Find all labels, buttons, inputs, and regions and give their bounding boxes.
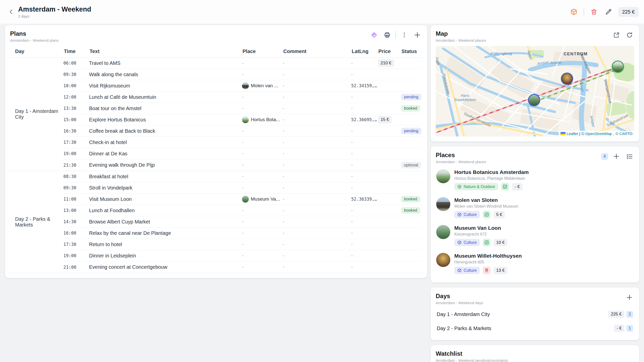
plan-row[interactable]: 14:30Browse Albert Cuyp Market--- [63,216,422,228]
category-badge: Culture [454,267,480,274]
category-label: Nature & Outdoor [464,185,495,189]
place-item[interactable]: Museum Willet-HolthuysenHerengracht 605C… [436,250,634,278]
leaflet-map[interactable]: KrijtbergbrugRokinAmstelAmstelCENTRUMWat… [436,46,634,137]
plan-row[interactable]: 21:30Evening walk through De Pijp---opti… [63,159,422,171]
plan-row[interactable]: 11:00Visit Museum LoonMuseum Va...-52.36… [63,194,422,205]
category-badge: Culture [454,211,480,218]
place-item[interactable]: Museum Van LoonKeizersgracht 672Culture1… [436,222,634,250]
place-name: Molen van Sloten [454,197,518,203]
plan-row[interactable]: 17:30Check-in at hotel--- [63,137,422,148]
plan-latlng: - [351,174,378,179]
plan-comment: - [283,61,351,66]
plan-row[interactable]: 13:00Lunch at Foodhallen---booked [63,205,422,216]
empty-value: - [242,106,244,111]
place-photo [436,169,450,183]
plans-menu-button[interactable] [399,30,409,40]
plan-comment: - [283,264,351,270]
latlng-value: - [351,208,353,213]
edit-trip-button[interactable] [604,7,613,17]
printer-icon [384,31,391,38]
latlng-value: - [351,140,353,145]
plan-place: - [242,231,283,236]
plan-latlng: - [351,61,378,66]
place-address: Keizersgracht 672 [454,232,507,237]
empty-value: - [242,95,244,100]
plan-text: Browse Albert Cuyp Market [89,219,242,225]
museum-van-loon-marker[interactable] [528,94,540,106]
places-list-view-button[interactable] [625,152,634,161]
add-plan-button[interactable] [413,30,422,40]
day-row[interactable]: Day 2 - Parks & Markets- €1 [436,322,634,335]
route-button[interactable] [369,30,379,40]
empty-value: - [283,253,284,258]
add-place-button[interactable] [612,152,621,161]
osm-link[interactable]: © OpenStreetMap [582,131,612,136]
plan-text: Breakfast at hotel [89,174,242,179]
plan-time-cell: 12:00 [63,95,89,100]
day-row[interactable]: Day 1 - Amsterdam City225 €2 [436,307,634,321]
status-badge: booked [401,105,420,112]
plans-actions-divider [395,31,396,39]
delete-trip-button[interactable] [589,7,599,17]
plan-row[interactable]: 09:30Walk along the canals--- [63,69,422,80]
latlng-value: 52.34159,… [351,83,377,88]
map-expand-button[interactable] [612,30,621,40]
place-item[interactable]: Hortus Botanicus AmsterdamHortus Botanic… [436,166,634,194]
plan-latlng: - [351,219,378,224]
plans-actions [369,30,422,40]
plans-table-header: Day Time Text Place Comment LatLng Price… [10,42,422,58]
places-subtitle: Amsterdam - Weekend places [436,160,486,164]
plan-status: optional [401,162,422,168]
empty-value: - [283,197,284,202]
map-refresh-button[interactable] [625,30,634,40]
back-button[interactable] [7,7,16,16]
map-pin-icon [484,268,489,273]
plan-time: 09:30 [63,72,76,77]
leaflet-link[interactable]: Leaflet [567,131,578,136]
add-day-button[interactable] [625,293,634,302]
plan-row[interactable]: 12:00Lunch at Café de Museumtuin---pendi… [63,92,422,103]
plan-row[interactable]: 10:00Visit RijksmuseumMolen van ...-52.3… [63,80,422,92]
plan-comment: - [283,162,351,168]
plan-row[interactable]: 16:30Coffee break at Back to Black---pen… [63,125,422,137]
plan-row[interactable]: 13:30Boat tour on the Amstel---booked [63,103,422,114]
place-tags: Culture5 € [454,211,518,218]
plan-row[interactable]: 15:00Explore Hortus BotanicusHortus Bota… [63,114,422,125]
place-item[interactable]: Molen van SlotenMolen van Sloten Windmil… [436,194,634,222]
print-button[interactable] [382,30,392,40]
plan-latlng: - [351,106,378,111]
plans-title: Plans [10,30,59,37]
plan-row[interactable]: 09:30Stroll in Vondelpark--- [63,182,422,194]
day-group-label: Day 1 - Amsterdam City [10,58,63,171]
trash-icon [590,8,597,15]
empty-value: - [283,231,284,236]
plan-time-cell: 13:00 [63,208,89,213]
plan-comment: - [283,72,351,77]
plan-time-cell: 11:00 [63,197,89,202]
plan-text: Lunch at Foodhallen [89,208,242,213]
hortus-botanicus-marker[interactable] [612,61,624,73]
latlng-value: - [351,61,353,66]
place-name: Hortus Botanicus Amsterdam [454,169,529,175]
empty-value: - [283,185,284,191]
plan-comment: - [283,231,351,236]
plan-latlng: - [351,95,378,100]
plan-row[interactable]: 08:30Breakfast at hotel--- [63,171,422,182]
plan-row[interactable]: 06:00Travel to AMS---210 € [63,58,422,69]
plan-row[interactable]: 17:30Return to hotel--- [63,239,422,250]
plan-row[interactable]: 19:00Dinner at De Kas--- [63,148,422,159]
museum-willet-marker[interactable] [561,73,573,85]
empty-value: - [242,231,244,236]
plan-row[interactable]: 21:00Evening concert at Concertgebouw--- [63,261,422,273]
plan-time-cell: 15:00 [63,117,89,122]
carto-link[interactable]: © CARTO [616,131,632,136]
empty-value: - [242,162,244,168]
empty-value: - [242,174,244,179]
plan-row[interactable]: 19:00Dinner in Leidseplein--- [63,250,422,261]
plan-place: - [242,151,283,156]
export-package-button[interactable] [569,7,579,17]
plan-time-cell: 17:30 [63,242,89,247]
place-price-chip: 10 € [494,239,507,246]
place-price-chip: - € [512,183,522,191]
plan-row[interactable]: 16:00Relax by the canal near De Plantage… [63,228,422,239]
